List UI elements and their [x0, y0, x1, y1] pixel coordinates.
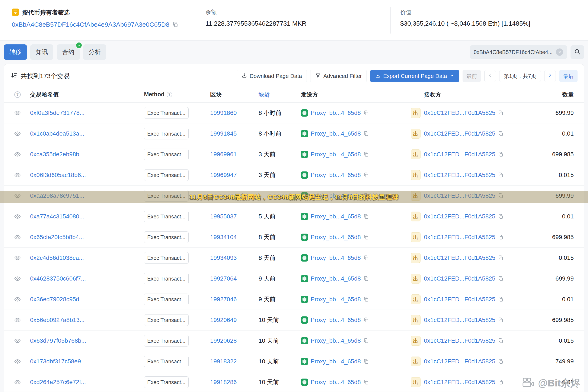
copy-icon[interactable]	[363, 359, 369, 364]
block-link[interactable]: 19934093	[210, 254, 237, 261]
tx-hash-link[interactable]: 0x46283750c606f7...	[30, 275, 86, 282]
copy-icon[interactable]	[498, 152, 504, 157]
to-address-link[interactable]: 0x1cC12FED...F0d1A5825	[424, 234, 495, 240]
tab-contract[interactable]: 合约	[57, 44, 80, 60]
copy-icon[interactable]	[363, 255, 369, 261]
method-badge[interactable]: Exec Transact...	[144, 232, 189, 243]
copy-icon[interactable]	[498, 338, 504, 344]
method-badge[interactable]: Exec Transact...	[144, 169, 189, 181]
copy-icon[interactable]	[498, 172, 504, 178]
copy-icon[interactable]	[498, 234, 504, 240]
tx-hash-link[interactable]: 0x173dbf317c58e9...	[30, 358, 86, 365]
from-address-link[interactable]: Proxy_bb...4_65d8	[311, 130, 361, 137]
block-link[interactable]: 19991845	[210, 130, 237, 137]
block-link[interactable]: 19920649	[210, 317, 237, 323]
pagination-first-button[interactable]: 最前	[463, 70, 481, 82]
eye-icon[interactable]	[14, 317, 21, 324]
to-address-link[interactable]: 0x1cC12FED...F0d1A5825	[424, 337, 495, 344]
to-address-link[interactable]: 0x1cC12FED...F0d1A5825	[424, 317, 495, 324]
advanced-filter-button[interactable]: Advanced Filter	[310, 70, 367, 82]
from-address-link[interactable]: Proxy_bb...4_65d8	[311, 275, 361, 282]
block-link[interactable]: 19955037	[210, 213, 237, 220]
tab-news[interactable]: 知讯	[30, 44, 53, 60]
search-button[interactable]	[571, 45, 584, 59]
method-badge[interactable]: Exec Transact...	[144, 252, 189, 264]
copy-icon[interactable]	[363, 152, 369, 157]
eye-icon[interactable]	[14, 379, 21, 386]
tx-hash-link[interactable]: 0xa77a4c3154080...	[30, 213, 84, 220]
to-address-link[interactable]: 0x1cC12FED...F0d1A5825	[424, 254, 495, 261]
copy-icon[interactable]	[363, 110, 369, 116]
block-link[interactable]: 19927064	[210, 275, 237, 282]
eye-icon[interactable]	[14, 151, 21, 158]
block-link[interactable]: 19920628	[210, 337, 237, 344]
copy-icon[interactable]	[363, 338, 369, 344]
copy-icon[interactable]	[363, 296, 369, 302]
question-mark-icon[interactable]	[167, 92, 172, 97]
to-address-link[interactable]: 0x1cC12FED...F0d1A5825	[424, 379, 495, 386]
copy-icon[interactable]	[498, 110, 504, 116]
from-address-link[interactable]: Proxy_bb...4_65d8	[311, 337, 361, 344]
pagination-next-button[interactable]	[544, 70, 556, 82]
copy-icon[interactable]	[363, 214, 369, 219]
search-address-pill[interactable]: 0xBbA4C8eB57DF16c4CfAbe4...	[470, 45, 567, 59]
block-link[interactable]: 19927046	[210, 296, 237, 302]
header-age-sort[interactable]: 块龄	[259, 91, 301, 98]
block-link[interactable]: 19969947	[210, 172, 237, 178]
to-address-link[interactable]: 0x1cC12FED...F0d1A5825	[424, 110, 495, 116]
from-address-link[interactable]: Proxy_bb...4_65d8	[311, 296, 361, 303]
eye-icon[interactable]	[14, 254, 21, 261]
from-address-link[interactable]: Proxy_bb...4_65d8	[311, 213, 361, 220]
copy-icon[interactable]	[363, 317, 369, 323]
copy-icon[interactable]	[363, 276, 369, 282]
to-address-link[interactable]: 0x1cC12FED...F0d1A5825	[424, 151, 495, 158]
eye-icon[interactable]	[14, 358, 21, 365]
from-address-link[interactable]: Proxy_bb...4_65d8	[311, 379, 361, 386]
block-link[interactable]: 19934104	[210, 234, 237, 240]
method-badge[interactable]: Exec Transact...	[144, 294, 189, 305]
eye-icon[interactable]	[14, 110, 21, 116]
copy-icon[interactable]	[498, 380, 504, 385]
method-badge[interactable]: Exec Transact...	[144, 148, 189, 160]
from-address-link[interactable]: Proxy_bb...4_65d8	[311, 172, 361, 178]
eye-icon[interactable]	[14, 130, 21, 137]
method-badge[interactable]: Exec Transact...	[144, 314, 189, 326]
tx-hash-link[interactable]: 0x56eb0927a8b13...	[30, 317, 84, 323]
block-link[interactable]: 19918322	[210, 358, 237, 365]
method-badge[interactable]: Exec Transact...	[144, 273, 189, 284]
from-address-link[interactable]: Proxy_bb...4_65d8	[311, 358, 361, 365]
copy-icon[interactable]	[172, 22, 178, 28]
pagination-prev-button[interactable]	[484, 70, 496, 82]
from-address-link[interactable]: Proxy_bb...4_65d8	[311, 234, 361, 240]
from-address-link[interactable]: Proxy_bb...4_65d8	[311, 151, 361, 158]
tx-hash-link[interactable]: 0x36ed79028c95d...	[30, 296, 84, 302]
method-badge[interactable]: Exec Transact...	[144, 376, 189, 388]
from-address-link[interactable]: Proxy_bb...4_65d8	[311, 317, 361, 324]
eye-icon[interactable]	[14, 337, 21, 344]
block-link[interactable]: 19969961	[210, 151, 237, 158]
to-address-link[interactable]: 0x1cC12FED...F0d1A5825	[424, 172, 495, 178]
export-page-data-button[interactable]: Export Current Page Data	[370, 70, 459, 82]
copy-icon[interactable]	[498, 317, 504, 323]
copy-icon[interactable]	[498, 296, 504, 302]
tx-hash-link[interactable]: 0x63d797f05b768b...	[30, 337, 86, 344]
eye-icon[interactable]	[14, 172, 21, 178]
to-address-link[interactable]: 0x1cC12FED...F0d1A5825	[424, 358, 495, 365]
eye-icon[interactable]	[14, 213, 21, 220]
tx-hash-link[interactable]: 0x2c4d56d1038ca...	[30, 254, 84, 261]
tx-hash-link[interactable]: 0xd264a257c6e72f...	[30, 379, 86, 386]
tx-hash-link[interactable]: 0x65cfa20fc5b8b4...	[30, 234, 84, 240]
copy-icon[interactable]	[363, 234, 369, 240]
copy-icon[interactable]	[498, 255, 504, 261]
copy-icon[interactable]	[363, 172, 369, 178]
block-link[interactable]: 19991860	[210, 110, 237, 116]
download-page-data-button[interactable]: Download Page Data	[237, 70, 307, 82]
copy-icon[interactable]	[498, 214, 504, 219]
block-link[interactable]: 19918286	[210, 379, 237, 386]
to-address-link[interactable]: 0x1cC12FED...F0d1A5825	[424, 130, 495, 137]
to-address-link[interactable]: 0x1cC12FED...F0d1A5825	[424, 296, 495, 303]
tab-transfers[interactable]: 转移	[4, 44, 27, 60]
copy-icon[interactable]	[363, 131, 369, 136]
tx-hash-link[interactable]: 0xf0a3f5de731778...	[30, 110, 84, 116]
question-mark-icon[interactable]	[14, 92, 21, 98]
